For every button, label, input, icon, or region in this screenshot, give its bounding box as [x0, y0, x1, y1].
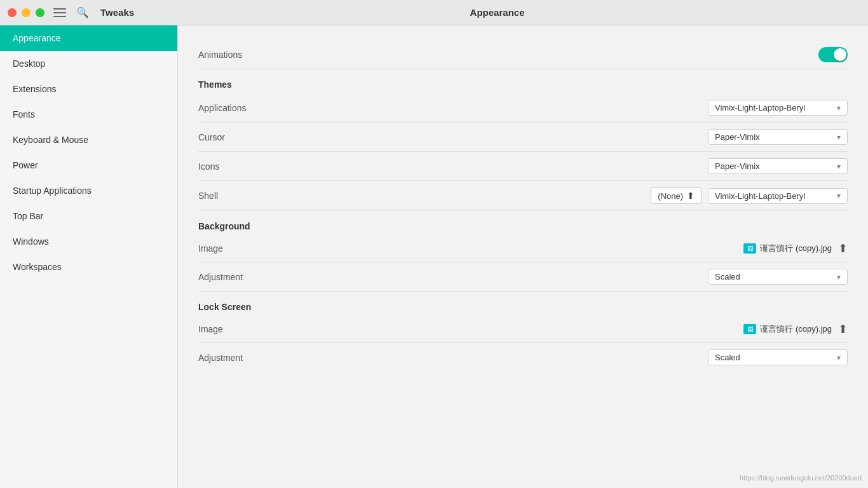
ls-adjustment-dropdown[interactable]: Scaled ▾	[708, 349, 848, 365]
background-header: Background	[198, 211, 848, 235]
sidebar-item-label: Workspaces	[13, 262, 62, 272]
sidebar-item-label: Keyboard & Mouse	[13, 135, 88, 145]
icons-dropdown[interactable]: Paper-Vimix ▾	[708, 158, 848, 174]
ls-image-controls: 🖼 谨言慎行 (copy).jpg ⬆	[743, 322, 848, 336]
bg-adjustment-label: Adjustment	[198, 272, 243, 282]
sidebar-item-fonts[interactable]: Fonts	[0, 102, 177, 127]
sidebar-item-top-bar[interactable]: Top Bar	[0, 203, 177, 229]
watermark: https://blog.newdungcln.net/20200dued	[740, 474, 862, 482]
shell-row: Shell (None) ⬆ Vimix-Light-Laptop-Beryl …	[198, 181, 848, 211]
sidebar-item-label: Fonts	[13, 109, 35, 119]
sidebar-item-appearance[interactable]: Appearance	[0, 25, 177, 51]
sidebar-item-power[interactable]: Power	[0, 152, 177, 178]
applications-dropdown[interactable]: Vimix-Light-Laptop-Beryl ▾	[708, 100, 848, 116]
window-title: Appearance	[134, 7, 860, 18]
sidebar-item-label: Desktop	[13, 58, 45, 69]
bg-image-filename: 谨言慎行 (copy).jpg	[760, 243, 832, 254]
bg-image-label: Image	[198, 243, 223, 254]
chevron-down-icon: ▾	[837, 133, 841, 142]
icons-label: Icons	[198, 161, 219, 172]
menu-icon[interactable]	[53, 8, 66, 17]
sidebar-item-label: Extensions	[13, 84, 56, 94]
image-thumbnail-icon: 🖼	[743, 324, 756, 334]
shell-value: Vimix-Light-Laptop-Beryl	[715, 191, 805, 201]
app-name: Tweaks	[100, 7, 134, 18]
animations-toggle[interactable]	[818, 47, 848, 62]
sidebar-item-label: Startup Applications	[13, 186, 92, 196]
maximize-button[interactable]	[36, 8, 44, 17]
shell-none-button[interactable]: (None) ⬆	[651, 187, 702, 204]
chevron-down-icon: ▾	[837, 104, 841, 112]
animations-label: Animations	[198, 50, 242, 60]
image-thumbnail-icon: 🖼	[743, 243, 756, 254]
ls-image-upload-button[interactable]: ⬆	[838, 322, 848, 336]
sidebar-item-windows[interactable]: Windows	[0, 229, 177, 254]
sidebar: Appearance Desktop Extensions Fonts Keyb…	[0, 25, 178, 488]
ls-image-label: Image	[198, 324, 223, 334]
minimize-button[interactable]	[22, 8, 31, 17]
animations-row: Animations	[198, 41, 848, 69]
applications-label: Applications	[198, 103, 247, 113]
cursor-value: Paper-Vimix	[715, 132, 760, 142]
toggle-thumb	[834, 48, 846, 61]
bg-image-row: Image 🖼 谨言慎行 (copy).jpg ⬆	[198, 235, 848, 262]
main-layout: Appearance Desktop Extensions Fonts Keyb…	[0, 25, 868, 488]
sidebar-item-label: Appearance	[13, 33, 61, 43]
sidebar-item-label: Top Bar	[13, 211, 43, 221]
ls-image-filename: 谨言慎行 (copy).jpg	[760, 323, 832, 335]
icons-value: Paper-Vimix	[715, 161, 760, 171]
sidebar-item-extensions[interactable]: Extensions	[0, 76, 177, 102]
applications-row: Applications Vimix-Light-Laptop-Beryl ▾	[198, 93, 848, 123]
content-area: Animations Themes Applications Vimix-Lig…	[178, 25, 868, 488]
sidebar-item-label: Power	[13, 160, 38, 170]
toggle-track	[818, 47, 848, 62]
bg-image-display: 🖼 谨言慎行 (copy).jpg	[743, 243, 832, 254]
ls-adjustment-value: Scaled	[715, 353, 740, 362]
shell-controls: (None) ⬆ Vimix-Light-Laptop-Beryl ▾	[651, 187, 848, 204]
shell-none-label: (None)	[658, 191, 683, 201]
ls-image-row: Image 🖼 谨言慎行 (copy).jpg ⬆	[198, 316, 848, 343]
ls-adjustment-label: Adjustment	[198, 353, 243, 363]
sidebar-item-keyboard-mouse[interactable]: Keyboard & Mouse	[0, 127, 177, 152]
sidebar-item-startup-applications[interactable]: Startup Applications	[0, 178, 177, 203]
applications-value: Vimix-Light-Laptop-Beryl	[715, 103, 805, 112]
shell-dropdown[interactable]: Vimix-Light-Laptop-Beryl ▾	[708, 188, 848, 204]
bg-adjustment-dropdown[interactable]: Scaled ▾	[708, 269, 848, 285]
search-icon[interactable]: 🔍	[76, 6, 89, 18]
themes-header: Themes	[198, 69, 848, 93]
cursor-dropdown[interactable]: Paper-Vimix ▾	[708, 129, 848, 145]
sidebar-item-workspaces[interactable]: Workspaces	[0, 254, 177, 280]
titlebar: 🔍 Tweaks Appearance	[0, 0, 868, 25]
bg-adjustment-value: Scaled	[715, 272, 740, 281]
window-controls: 🔍 Tweaks	[8, 6, 134, 18]
chevron-down-icon: ▾	[837, 273, 841, 281]
cursor-row: Cursor Paper-Vimix ▾	[198, 123, 848, 152]
chevron-down-icon: ▾	[837, 162, 841, 171]
ls-adjustment-row: Adjustment Scaled ▾	[198, 343, 848, 372]
sidebar-item-desktop[interactable]: Desktop	[0, 51, 177, 76]
ls-image-display: 🖼 谨言慎行 (copy).jpg	[743, 323, 832, 335]
bg-image-upload-button[interactable]: ⬆	[838, 241, 848, 255]
lockscreen-header: Lock Screen	[198, 292, 848, 316]
close-button[interactable]	[8, 8, 17, 17]
shell-label: Shell	[198, 191, 218, 201]
upload-icon: ⬆	[687, 191, 695, 201]
bg-adjustment-row: Adjustment Scaled ▾	[198, 262, 848, 292]
icons-row: Icons Paper-Vimix ▾	[198, 152, 848, 181]
cursor-label: Cursor	[198, 132, 225, 142]
chevron-down-icon: ▾	[837, 353, 841, 362]
chevron-down-icon: ▾	[837, 191, 841, 200]
sidebar-item-label: Windows	[13, 236, 49, 247]
bg-image-controls: 🖼 谨言慎行 (copy).jpg ⬆	[743, 241, 848, 255]
